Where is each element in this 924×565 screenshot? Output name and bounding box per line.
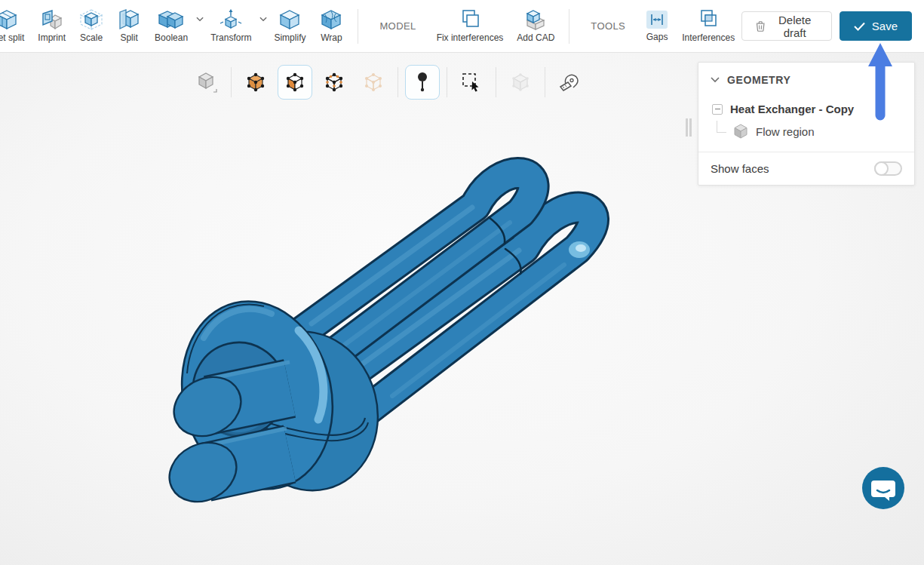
selection-mode-button[interactable] — [189, 65, 224, 100]
gaps-icon — [646, 10, 668, 29]
volume-select-icon — [246, 72, 266, 92]
wrap-icon — [319, 9, 343, 30]
toolbar-label: Add CAD — [517, 32, 554, 43]
delete-draft-label: Delete draft — [772, 14, 818, 39]
pin-probe-icon — [413, 72, 431, 93]
solid-cube-icon — [732, 123, 749, 140]
geometry-panel-header[interactable]: GEOMETRY — [698, 63, 914, 95]
add-cad-icon — [523, 9, 548, 30]
selection-mode-cube-icon — [195, 71, 218, 94]
toolbar-actions: Delete draft Save — [741, 11, 924, 41]
toolbar-label: Interferences — [682, 32, 735, 43]
edge-select-button[interactable] — [317, 65, 351, 100]
trash-icon — [756, 20, 765, 33]
scale-icon — [79, 9, 103, 30]
cad-edit-window: y acet split — [0, 0, 924, 565]
toolbar-label: Gaps — [646, 32, 668, 42]
toolbar-transform-button[interactable]: Transform — [204, 3, 258, 50]
toolbar-separator — [358, 9, 358, 44]
transform-icon — [219, 9, 243, 30]
delete-draft-button[interactable]: Delete draft — [741, 11, 832, 41]
geometry-panel-title: GEOMETRY — [727, 74, 790, 86]
check-icon — [854, 22, 865, 31]
cad-toolbar: acet split Imprint Scale — [0, 0, 924, 53]
toolbar-boolean-button[interactable]: Boolean — [148, 3, 195, 50]
toolbar-label: Scale — [80, 32, 103, 43]
boolean-dropdown-chevron-icon[interactable] — [196, 17, 204, 22]
tree-item-flow-region[interactable]: Flow region — [698, 118, 914, 152]
toolbar-label: Split — [120, 32, 137, 43]
dropdown-corner-icon — [213, 89, 216, 92]
assembly-view-icon — [510, 72, 531, 93]
toolbar-label: Imprint — [38, 32, 66, 43]
chat-support-button[interactable] — [861, 465, 906, 511]
toolbar-label: Wrap — [321, 32, 342, 43]
toolbar-scale-button[interactable]: Scale — [72, 3, 110, 50]
toolbar-separator — [231, 67, 232, 97]
simplify-icon — [278, 9, 302, 30]
toolbar-interferences-button[interactable]: Interferences — [675, 3, 741, 50]
toolbar-simplify-button[interactable]: Simplify — [267, 3, 312, 50]
tree-connector — [717, 121, 726, 133]
boolean-icon — [158, 9, 185, 30]
tools-section-label: TOOLS — [577, 20, 639, 32]
toolbar-add-cad-button[interactable]: Add CAD — [510, 3, 561, 50]
box-select-icon — [461, 72, 482, 93]
toolbar-separator — [447, 67, 447, 97]
toolbar-fix-interferences-button[interactable]: Fix interferences — [430, 3, 511, 50]
pin-probe-button[interactable] — [405, 65, 440, 100]
toolbar-facet-split-button[interactable]: acet split — [0, 3, 31, 50]
show-faces-row: Show faces — [698, 152, 914, 185]
toolbar-label: Simplify — [274, 32, 305, 43]
interferences-icon — [696, 9, 720, 30]
assembly-view-button[interactable] — [503, 65, 538, 100]
face-select-button[interactable] — [278, 65, 312, 100]
save-label: Save — [872, 20, 898, 32]
box-select-button[interactable] — [454, 65, 489, 100]
toolbar-separator — [398, 67, 398, 97]
toolbar-separator — [545, 67, 545, 97]
tree-root-label: Heat Exchanger - Copy — [730, 103, 854, 115]
toolbar-imprint-button[interactable]: Imprint — [31, 3, 72, 50]
toolbar-separator — [569, 9, 569, 44]
chevron-down-icon — [711, 77, 720, 83]
save-button[interactable]: Save — [840, 11, 912, 41]
show-faces-toggle[interactable] — [874, 161, 902, 176]
selection-toolbar — [187, 65, 589, 100]
toggle-knob — [874, 161, 889, 176]
measure-tape-button[interactable] — [552, 65, 587, 100]
measure-tape-icon — [558, 72, 581, 93]
facet-split-icon — [0, 9, 19, 30]
vertex-select-button[interactable] — [356, 65, 391, 100]
vertex-select-icon — [364, 72, 383, 92]
toolbar-label: Fix interferences — [437, 32, 504, 43]
toolbar-wrap-button[interactable]: Wrap — [312, 3, 350, 50]
geometry-panel: GEOMETRY Heat Exchanger - Copy Flow regi… — [698, 62, 915, 186]
navigation-cube[interactable]: y — [800, 562, 924, 565]
fix-interferences-icon — [458, 9, 482, 30]
collapse-expander-icon[interactable] — [712, 104, 723, 115]
toolbar-separator — [496, 67, 496, 97]
toolbar-split-button[interactable]: Split — [110, 3, 148, 50]
volume-select-button[interactable] — [238, 65, 273, 100]
toolbar-label: Transform — [210, 32, 251, 43]
model-section-label: MODEL — [366, 20, 429, 32]
toolbar-label: acet split — [0, 32, 24, 43]
tree-child-label: Flow region — [756, 125, 815, 138]
split-icon — [117, 9, 141, 30]
face-select-icon — [285, 72, 305, 92]
show-faces-label: Show faces — [711, 162, 769, 175]
panel-resize-handle[interactable] — [686, 118, 692, 137]
tree-item-heat-exchanger[interactable]: Heat Exchanger - Copy — [698, 95, 914, 118]
toolbar-label: Boolean — [155, 32, 188, 43]
edge-select-icon — [324, 72, 344, 92]
toolbar-gaps-button[interactable]: Gaps — [639, 3, 675, 50]
imprint-icon — [40, 9, 64, 30]
transform-dropdown-chevron-icon[interactable] — [259, 17, 267, 22]
